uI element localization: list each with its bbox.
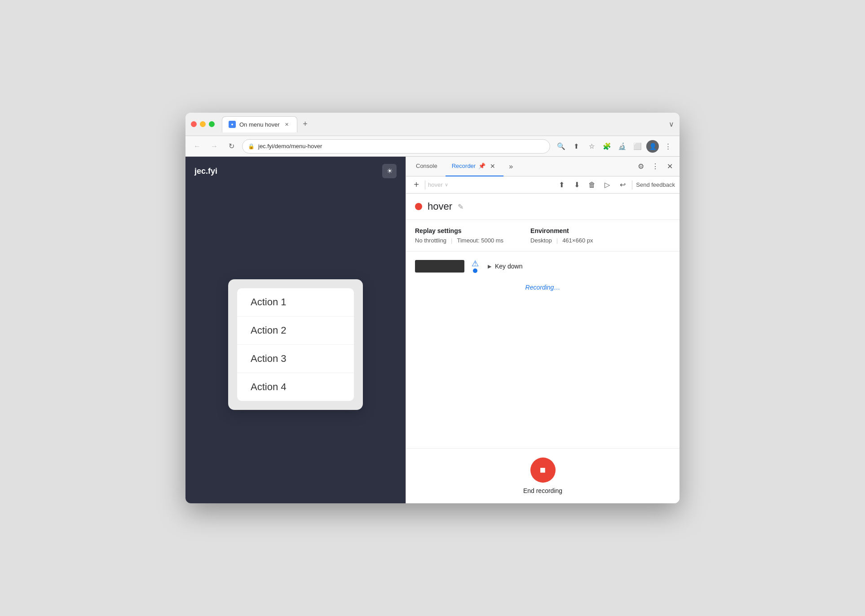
menu-item-action4[interactable]: Action 4 — [237, 373, 354, 401]
website-header: jec.fyi ☀ — [185, 157, 406, 185]
menu-inner: Action 1 Action 2 Action 3 Action 4 — [237, 288, 354, 401]
tab-close-button[interactable]: ✕ — [283, 121, 291, 128]
devtools-menu-button[interactable]: ⋮ — [649, 160, 662, 173]
menu-item-action2[interactable]: Action 2 — [237, 317, 354, 345]
maximize-traffic-light[interactable] — [209, 121, 215, 127]
toolbar-divider — [425, 180, 425, 189]
step-warning-icon: ⚠ — [472, 260, 479, 268]
menu-item-action1[interactable]: Action 1 — [237, 288, 354, 317]
website-body: Action 1 Action 2 Action 3 Action 4 — [185, 185, 406, 503]
end-recording-label: End recording — [523, 487, 562, 494]
dimensions-value: 461×660 px — [562, 237, 593, 244]
send-feedback-link[interactable]: Send feedback — [636, 181, 675, 188]
tab-recorder[interactable]: Recorder 📌 ✕ — [446, 157, 503, 176]
step-timeline-bar — [415, 260, 464, 273]
tab-bar: ● On menu hover ✕ + — [222, 116, 665, 132]
step-indicator: ⚠ — [472, 260, 479, 273]
download-button[interactable]: ⬇ — [571, 179, 583, 191]
title-bar: ● On menu hover ✕ + ∨ — [185, 113, 680, 136]
extension-icon[interactable]: 🧩 — [600, 140, 613, 153]
main-content: jec.fyi ☀ Action 1 Action 2 Action 3 Act… — [185, 157, 680, 503]
recorder-toolbar: + hover ∨ ⬆ ⬇ 🗑 ▷ ↩ Send feedback — [406, 176, 680, 194]
search-icon[interactable]: 🔍 — [555, 140, 567, 153]
close-traffic-light[interactable] — [191, 121, 197, 127]
tab-favicon: ● — [229, 121, 236, 128]
delete-button[interactable]: 🗑 — [586, 179, 598, 191]
tab-console[interactable]: Console — [410, 157, 444, 176]
replay-settings-title: Replay settings — [415, 227, 503, 234]
step-expand-icon[interactable]: ▶ — [488, 264, 491, 269]
toolbar-divider2 — [632, 180, 632, 189]
traffic-lights — [191, 121, 215, 127]
tab-label: On menu hover — [239, 121, 280, 128]
recorder-tab-close[interactable]: ✕ — [488, 162, 497, 171]
back-button[interactable]: ← — [191, 140, 203, 153]
replay-settings-button[interactable]: ↩ — [617, 179, 628, 191]
recording-select-value: hover — [428, 181, 443, 188]
website-panel: jec.fyi ☀ Action 1 Action 2 Action 3 Act… — [185, 157, 406, 503]
theme-toggle-button[interactable]: ☀ — [382, 164, 397, 178]
profile-icon[interactable]: 👤 — [646, 140, 659, 153]
step-content: ▶ Key down — [488, 263, 522, 270]
recorder-label: Recorder — [452, 163, 476, 169]
browser-window: ● On menu hover ✕ + ∨ ← → ↻ 🔒 jec.fyi/de… — [185, 113, 680, 503]
address-bar-icons: 🔍 ⬆ ☆ 🧩 🔬 ⬜ 👤 ⋮ — [555, 140, 674, 153]
forward-button[interactable]: → — [208, 140, 221, 153]
steps-area: ⚠ ▶ Key down Recording… — [406, 251, 680, 448]
devtools-close-button[interactable]: ✕ — [663, 160, 676, 173]
environment-title: Environment — [530, 227, 593, 234]
step-label: Key down — [495, 263, 522, 270]
stop-icon: ■ — [540, 464, 546, 476]
menu-container: Action 1 Action 2 Action 3 Action 4 — [228, 279, 363, 410]
recording-status-text: Recording… — [406, 277, 680, 298]
devtools-panel: Console Recorder 📌 ✕ » ⚙ ⋮ ✕ + — [406, 157, 680, 503]
replay-settings-section: Replay settings No throttling | Timeout:… — [406, 220, 680, 251]
recording-name: hover — [428, 201, 452, 212]
menu-item-action3[interactable]: Action 3 — [237, 345, 354, 373]
lock-icon: 🔒 — [248, 143, 255, 150]
settings-separator: | — [451, 237, 452, 244]
replay-button[interactable]: ▷ — [601, 179, 613, 191]
environment-values: Desktop | 461×660 px — [530, 237, 593, 244]
devtools-settings-button[interactable]: ⚙ — [635, 160, 647, 173]
end-recording-button[interactable]: ■ — [530, 458, 556, 483]
lab-icon[interactable]: 🔬 — [616, 140, 628, 153]
bookmark-icon[interactable]: ☆ — [585, 140, 598, 153]
environment-value: Desktop — [530, 237, 552, 244]
recording-status-dot — [415, 203, 422, 210]
add-step-button[interactable]: + — [410, 179, 422, 191]
select-arrow-icon: ∨ — [445, 182, 448, 188]
edit-recording-name-icon[interactable]: ✎ — [458, 202, 463, 211]
end-recording-section: ■ End recording — [406, 448, 680, 503]
replay-settings-group: Replay settings No throttling | Timeout:… — [415, 227, 503, 244]
step-dot — [473, 268, 477, 273]
recording-select-wrapper[interactable]: hover ∨ — [428, 181, 553, 188]
refresh-button[interactable]: ↻ — [225, 140, 238, 153]
share-icon[interactable]: ⬆ — [570, 140, 583, 153]
window-control[interactable]: ∨ — [669, 120, 674, 128]
timeout-value: Timeout: 5000 ms — [457, 237, 503, 244]
recorder-pin-icon: 📌 — [478, 163, 485, 169]
step-row-keydown: ⚠ ▶ Key down — [406, 256, 680, 277]
site-logo: jec.fyi — [194, 167, 217, 176]
throttling-value: No throttling — [415, 237, 446, 244]
settings-separator2: | — [556, 237, 558, 244]
menu-icon[interactable]: ⋮ — [662, 140, 674, 153]
devtools-header: Console Recorder 📌 ✕ » ⚙ ⋮ ✕ — [406, 157, 680, 176]
more-tabs-button[interactable]: » — [505, 163, 516, 171]
address-bar: ← → ↻ 🔒 jec.fyi/demo/menu-hover 🔍 ⬆ ☆ 🧩 … — [185, 136, 680, 157]
recording-title-bar: hover ✎ — [406, 194, 680, 220]
replay-settings-values: No throttling | Timeout: 5000 ms — [415, 237, 503, 244]
environment-group: Environment Desktop | 461×660 px — [530, 227, 593, 244]
url-text: jec.fyi/demo/menu-hover — [258, 143, 544, 150]
minimize-traffic-light[interactable] — [200, 121, 206, 127]
url-bar[interactable]: 🔒 jec.fyi/demo/menu-hover — [242, 139, 550, 154]
devtools-header-right: ⚙ ⋮ ✕ — [635, 160, 676, 173]
new-tab-button[interactable]: + — [299, 118, 312, 131]
upload-button[interactable]: ⬆ — [556, 179, 567, 191]
pip-icon[interactable]: ⬜ — [631, 140, 644, 153]
browser-tab[interactable]: ● On menu hover ✕ — [222, 116, 297, 132]
toolbar-actions: ⬆ ⬇ 🗑 ▷ ↩ Send feedback — [556, 179, 675, 191]
